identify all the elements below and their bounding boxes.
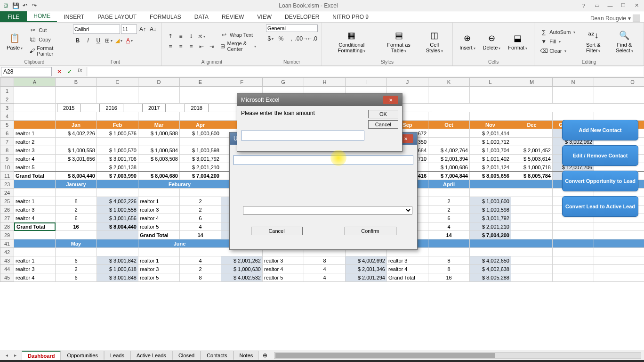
cell[interactable]: [97, 231, 138, 239]
cell[interactable]: $ 4,002,638: [470, 265, 511, 273]
row-header-43[interactable]: 43: [0, 256, 14, 265]
cell[interactable]: [97, 189, 138, 197]
cell[interactable]: [97, 138, 138, 146]
cell[interactable]: $ 2,001,124: [470, 163, 511, 172]
cell[interactable]: [553, 95, 594, 104]
fx-icon[interactable]: fx: [75, 67, 85, 76]
col-header-D[interactable]: D: [138, 77, 180, 87]
sheet-tab-notes[interactable]: Notes: [233, 351, 259, 360]
cell[interactable]: realtor 1: [14, 256, 56, 265]
close-icon[interactable]: ✕: [631, 1, 642, 10]
cell[interactable]: $ 1,001,402: [470, 155, 511, 163]
format-painter-button[interactable]: 🖌Format Painter: [27, 45, 65, 57]
cell[interactable]: 2: [180, 265, 221, 273]
increase-font-icon[interactable]: A↑: [138, 25, 147, 34]
cell[interactable]: April: [428, 180, 470, 189]
inputbox-cancel-button[interactable]: Cancel: [368, 120, 398, 129]
fill-button[interactable]: ▼Fill: [538, 37, 577, 46]
convert-opportunity-button[interactable]: Convert Opportunity to Lead: [562, 171, 638, 191]
cell[interactable]: $ 3,001,792: [470, 214, 511, 222]
cell[interactable]: $ 3,001,792: [180, 155, 221, 163]
cell[interactable]: [138, 95, 180, 104]
row-header-8[interactable]: 8: [0, 146, 14, 155]
cell[interactable]: [97, 180, 138, 189]
cell[interactable]: [180, 189, 221, 197]
home-tab[interactable]: HOME: [27, 11, 57, 22]
row-header-27[interactable]: 27: [0, 214, 14, 222]
row-header-11[interactable]: 11: [0, 172, 14, 180]
cell[interactable]: $ 2,001,394: [428, 155, 470, 163]
year-tab-2016[interactable]: 2016: [99, 104, 123, 112]
row-header-4[interactable]: 4: [0, 112, 14, 121]
cell[interactable]: [553, 265, 594, 273]
sheet-tab-opportunities[interactable]: Opportunities: [61, 351, 104, 360]
orientation-icon[interactable]: ⤭: [197, 32, 206, 41]
developer-tab[interactable]: DEVELOPER: [278, 12, 326, 22]
cell[interactable]: [470, 180, 511, 189]
col-header-L[interactable]: L: [470, 77, 511, 87]
row-header-29[interactable]: 29: [0, 231, 14, 239]
inputbox-close-icon[interactable]: ✕: [383, 96, 398, 104]
cell[interactable]: $ 1,000,630: [221, 265, 263, 273]
col-header-B[interactable]: B: [56, 77, 97, 87]
row-header-24[interactable]: 24: [0, 189, 14, 197]
userform-cancel-button[interactable]: Cancel: [251, 227, 303, 235]
sheet-tab-active-leads[interactable]: Active Leads: [130, 351, 172, 360]
cell[interactable]: 16: [56, 222, 97, 231]
cell[interactable]: [428, 248, 470, 256]
cell[interactable]: 2: [180, 197, 221, 206]
row-header-44[interactable]: 44: [0, 265, 14, 273]
cell[interactable]: 2: [56, 265, 97, 273]
cell[interactable]: [470, 87, 511, 95]
cell[interactable]: [553, 231, 594, 239]
cell[interactable]: Grand Total: [14, 172, 56, 180]
cell[interactable]: [428, 138, 470, 146]
row-header-25[interactable]: 25: [0, 197, 14, 206]
paste-button[interactable]: 📋Paste: [4, 25, 25, 58]
cell[interactable]: [511, 273, 553, 282]
cell[interactable]: Grand Total: [387, 273, 428, 282]
cell[interactable]: [428, 189, 470, 197]
percent-icon[interactable]: %: [276, 34, 286, 43]
cell[interactable]: [14, 189, 56, 197]
col-header-J[interactable]: J: [387, 77, 428, 87]
cell[interactable]: $ 8,004,680: [138, 172, 180, 180]
cell[interactable]: Feburary: [138, 180, 221, 189]
new-sheet-button[interactable]: ⊕: [259, 351, 271, 360]
cell[interactable]: Feb: [97, 121, 138, 129]
cell[interactable]: $ 8,005,784: [511, 172, 553, 180]
cell[interactable]: $ 1,000,598: [470, 206, 511, 214]
row-header-28[interactable]: 28: [0, 222, 14, 231]
cell[interactable]: [594, 248, 644, 256]
row-header-10[interactable]: 10: [0, 163, 14, 172]
cell[interactable]: realtor 4: [387, 265, 428, 273]
cell[interactable]: Mar: [138, 121, 180, 129]
cell[interactable]: $ 1,000,600: [180, 129, 221, 138]
cell[interactable]: 6: [56, 256, 97, 265]
cell[interactable]: [97, 95, 138, 104]
page-layout-tab[interactable]: PAGE LAYOUT: [91, 12, 143, 22]
underline-button[interactable]: U: [94, 36, 103, 45]
cell[interactable]: [56, 231, 97, 239]
cell[interactable]: $ 8,004,440: [56, 172, 97, 180]
cell[interactable]: [14, 87, 56, 95]
nitro-tab[interactable]: NITRO PRO 9: [326, 12, 375, 22]
cell[interactable]: $ 2,001,210: [180, 163, 221, 172]
cell[interactable]: $ 1,000,588: [138, 129, 180, 138]
cell[interactable]: 8: [304, 256, 346, 265]
cell[interactable]: realtor 4: [263, 265, 304, 273]
cell[interactable]: [511, 87, 553, 95]
col-header-F[interactable]: F: [221, 77, 263, 87]
row-header-2[interactable]: 2: [0, 95, 14, 104]
cell[interactable]: realtor 5: [263, 273, 304, 282]
formulas-tab[interactable]: FORMULAS: [143, 12, 188, 22]
cell[interactable]: 4: [180, 256, 221, 265]
review-tab[interactable]: REVIEW: [215, 12, 250, 22]
delete-cells-button[interactable]: ⊖Delete: [480, 25, 504, 58]
cell[interactable]: $ 3,001,656: [56, 155, 97, 163]
cell[interactable]: $ 5,003,614: [511, 155, 553, 163]
cell[interactable]: 14: [428, 231, 470, 239]
align-right-icon[interactable]: ≡: [186, 42, 196, 51]
cell[interactable]: realtor 3: [14, 206, 56, 214]
cell[interactable]: realtor 5: [138, 222, 180, 231]
